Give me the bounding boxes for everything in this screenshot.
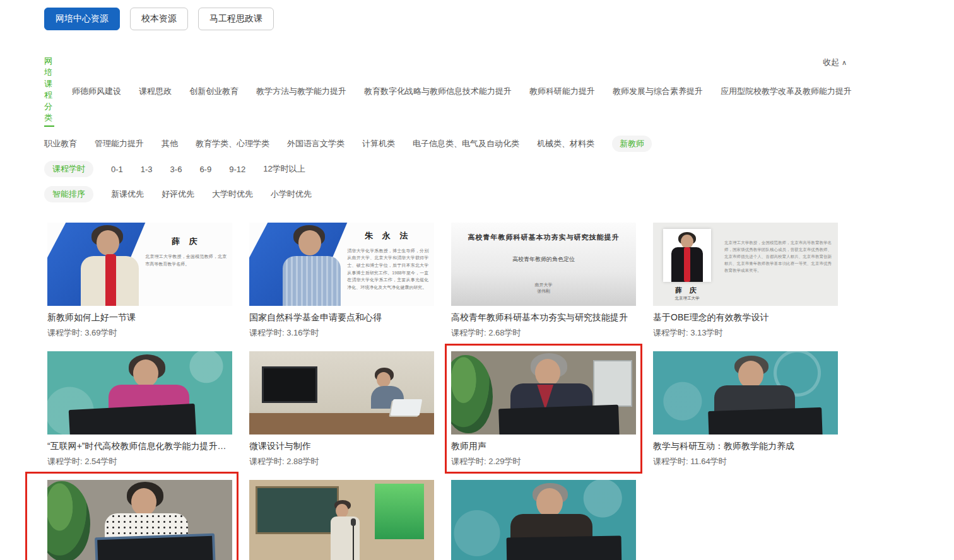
course-thumbnail[interactable]: 高校青年教师科研基本功夯实与研究技能提升 高校青年教师的角色定位 南开大学 张伟…	[451, 223, 636, 306]
person-head-graphic	[681, 235, 693, 248]
lecturer-name: 朱 永 法	[347, 230, 428, 242]
blackboard-graphic	[256, 486, 339, 534]
category-item[interactable]: 计算机类	[362, 138, 395, 149]
course-title[interactable]: 新教师如何上好一节课	[47, 312, 232, 324]
hours-option[interactable]: 6-9	[199, 165, 211, 174]
category-item[interactable]: 创新创业教育	[189, 86, 238, 97]
hours-option[interactable]: 0-1	[111, 165, 123, 174]
filter-row-categories-1: 网培课程分类 师德师风建设 课程思政 创新创业教育 教学方法与教学能力提升 教育…	[44, 55, 852, 127]
filter-panel: 网培课程分类 师德师风建设 课程思政 创新创业教育 教学方法与教学能力提升 教育…	[44, 55, 852, 202]
course-thumbnail[interactable]	[249, 480, 434, 560]
category-item[interactable]: 管理能力提升	[95, 138, 144, 149]
course-thumbnail[interactable]	[47, 351, 232, 435]
lecturer-bio: 清华大学化学系教授，博士生导师，分别从南开大学、北京大学和清华大学获得学士、硕士…	[347, 247, 428, 291]
person-head-graphic	[133, 359, 158, 387]
course-title[interactable]: “互联网+”时代高校教师信息化教学能力提升——...	[47, 441, 232, 452]
course-hours: 课程学时: 3.69学时	[47, 327, 232, 339]
whiteboard-graphic	[593, 360, 632, 407]
category-item[interactable]: 课程思政	[139, 86, 172, 97]
tab-school-resources[interactable]: 校本资源	[130, 8, 188, 30]
course-title[interactable]: 微课设计与制作	[249, 441, 434, 452]
course-hours: 课程学时: 2.88学时	[249, 456, 434, 467]
filter-row-hours: 课程学时 0-1 1-3 3-6 6-9 9-12 12学时以上	[44, 161, 852, 177]
course-card: 高校教学改革与创新人才培养 课程学时: 17.69学时	[249, 480, 434, 560]
lecturer-name: 薛 庆	[145, 236, 227, 247]
desk-graphic	[249, 413, 434, 435]
hours-option[interactable]: 1-3	[141, 165, 153, 174]
course-card: 高校青年教师科研基本功夯实与研究技能提升 高校青年教师的角色定位 南开大学 张伟…	[451, 223, 636, 339]
category-item[interactable]: 其他	[162, 138, 178, 149]
course-thumbnail[interactable]	[451, 480, 636, 560]
hours-option[interactable]: 12学时以上	[263, 163, 305, 175]
course-card: 高校课堂教学方法的改革与创新（文） 课程学时: 20.75学时	[451, 480, 636, 560]
course-title[interactable]: 教学与科研互动：教师教学能力养成	[653, 441, 838, 452]
category-item[interactable]: 电子信息类、电气及自动化类	[413, 138, 519, 149]
category-item[interactable]: 机械类、材料类	[537, 138, 594, 149]
category-item[interactable]: 应用型院校教学改革及教师能力提升	[721, 86, 852, 97]
filter-row-sort: 智能排序 新课优先 好评优先 大学时优先 小学时优先	[44, 186, 852, 202]
course-hours: 课程学时: 3.16学时	[249, 327, 434, 339]
tab-ma-gong-cheng[interactable]: 马工程思政课	[198, 8, 274, 30]
course-thumbnail[interactable]	[249, 351, 434, 435]
monitor-graphic	[506, 535, 621, 560]
course-thumbnail[interactable]: 薛 庆 北京理工大学 北京理工大学教授，全国模范教师，北京市高等教育教学名师，国…	[653, 223, 838, 306]
course-title[interactable]: 教师用声	[451, 441, 636, 452]
category-item[interactable]: 教学方法与教学能力提升	[256, 86, 346, 97]
course-title[interactable]: 基于OBE理念的有效教学设计	[653, 312, 838, 324]
category-item[interactable]: 教育数字化战略与教师信息技术能力提升	[364, 86, 512, 97]
course-card: “互联网+”时代高校教师信息化教学能力提升——... 课程学时: 2.54学时	[47, 351, 232, 467]
category-item[interactable]: 外国语言文学类	[287, 138, 344, 149]
course-thumbnail[interactable]: 朱 永 法 清华大学化学系教授，博士生导师，分别从南开大学、北京大学和清华大学获…	[249, 223, 434, 306]
category-item[interactable]: 职业教育	[44, 138, 77, 149]
monitor-graphic	[708, 407, 823, 435]
category-item[interactable]: 教育学类、心理学类	[196, 138, 269, 149]
red-scarf-graphic	[684, 247, 690, 282]
collapse-label: 收起	[823, 57, 839, 67]
person-head-graphic	[97, 230, 119, 255]
category-item[interactable]: 教师科研能力提升	[529, 86, 595, 97]
hours-option[interactable]: 3-6	[170, 165, 182, 174]
category-item[interactable]: 教师发展与综合素养提升	[613, 86, 703, 97]
course-card-highlighted: 教师嗓音训练及保健 课程学时: 10.15学时	[47, 480, 232, 560]
lecturer-bio: 北京理工大学教授，全国模范教师，北京市高等教育教学名师。	[145, 253, 227, 267]
photo-frame-graphic	[663, 229, 711, 282]
plant-graphic	[451, 355, 493, 433]
sort-option[interactable]: 小学时优先	[271, 189, 312, 200]
tv-screen-graphic	[262, 366, 317, 403]
green-screen-graphic	[375, 484, 424, 539]
category-item[interactable]: 师德师风建设	[72, 86, 121, 97]
collapse-link[interactable]: 收起∧	[823, 57, 847, 68]
course-card: 薛 庆 北京理工大学 北京理工大学教授，全国模范教师，北京市高等教育教学名师，国…	[653, 223, 838, 339]
category-filter-label: 网培课程分类	[44, 55, 54, 127]
sort-option[interactable]: 新课优先	[111, 189, 144, 200]
course-thumbnail[interactable]: 薛 庆 北京理工大学教授，全国模范教师，北京市高等教育教学名师。	[47, 223, 232, 306]
red-scarf-graphic	[105, 254, 116, 306]
course-thumbnail[interactable]	[653, 351, 838, 435]
tab-online-training-center[interactable]: 网培中心资源	[44, 8, 120, 30]
person-body-graphic	[283, 256, 341, 306]
lecturer-intro-text: 朱 永 法 清华大学化学系教授，博士生导师，分别从南开大学、北京大学和清华大学获…	[347, 230, 428, 291]
person-head-graphic	[298, 230, 321, 255]
course-card: 朱 永 法 清华大学化学系教授，博士生导师，分别从南开大学、北京大学和清华大学获…	[249, 223, 434, 339]
sort-option[interactable]: 好评优先	[162, 189, 194, 200]
category-item-new-teacher-selected[interactable]: 新教师	[612, 136, 652, 152]
course-title[interactable]: 国家自然科学基金申请要点和心得	[249, 312, 434, 324]
lecturer-name: 薛 庆	[663, 286, 711, 295]
course-grid: 薛 庆 北京理工大学教授，全国模范教师，北京市高等教育教学名师。 新教师如何上好…	[47, 223, 838, 560]
course-title[interactable]: 高校青年教师科研基本功夯实与研究技能提升	[451, 312, 636, 324]
course-card-highlighted: 教师用声 课程学时: 2.29学时	[451, 351, 636, 467]
course-hours-filter-label: 课程学时	[44, 161, 93, 177]
filter-row-categories-2: 职业教育 管理能力提升 其他 教育学类、心理学类 外国语言文学类 计算机类 电子…	[44, 136, 852, 152]
plant-graphic	[47, 481, 90, 560]
resource-tabs: 网培中心资源 校本资源 马工程思政课	[44, 8, 954, 30]
monitor-graphic	[95, 534, 216, 560]
hours-option[interactable]: 9-12	[229, 165, 245, 174]
sort-option[interactable]: 大学时优先	[212, 189, 253, 200]
monitor-graphic	[498, 405, 620, 435]
person-head-graphic	[377, 372, 391, 387]
course-thumbnail[interactable]	[47, 480, 232, 560]
lecturer-bio: 北京理工大学教授，全国模范教师，北京市高等教育教学名师，国家级优秀教学团队核心成…	[724, 239, 832, 274]
microphone-stand-graphic	[353, 523, 354, 560]
course-thumbnail[interactable]	[451, 351, 636, 435]
course-hours: 课程学时: 2.29学时	[451, 456, 636, 467]
